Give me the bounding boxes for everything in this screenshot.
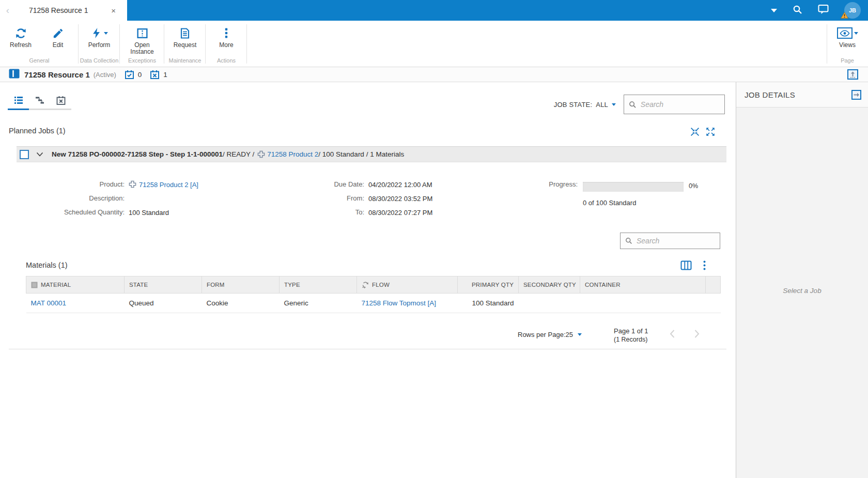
rows-per-page-caret-icon [578, 333, 582, 336]
refresh-icon [14, 26, 27, 40]
edit-button[interactable]: Edit [43, 26, 72, 49]
content-divider [9, 349, 726, 349]
job-title-state: / READY / [223, 150, 254, 158]
request-button[interactable]: Request [171, 26, 199, 49]
product-label: Product: [26, 180, 125, 189]
col-container[interactable]: CONTAINER [580, 276, 706, 294]
global-search-icon[interactable] [793, 5, 802, 17]
materials-title: Materials (1) [26, 261, 68, 269]
panel-expand-icon[interactable] [851, 89, 862, 100]
entity-state: (Active) [94, 71, 116, 79]
to-label: To: [289, 208, 364, 217]
material-link[interactable]: MAT 00001 [31, 299, 67, 307]
panel-empty-message: Select a Job [736, 287, 868, 295]
job-title: New 71258 PO-000002-71258 Step - Step 1-… [52, 150, 223, 158]
ribbon-group-exceptions: Open Instance Exceptions [120, 21, 164, 67]
rows-per-page-value: 25 [566, 331, 573, 338]
perform-label: Perform [88, 42, 111, 49]
ribbon-group-general: Refresh Edit General [0, 21, 79, 67]
open-instance-icon [136, 26, 149, 40]
col-type[interactable]: TYPE [280, 276, 357, 294]
from-label: From: [289, 194, 364, 203]
ribbon-group-label-general: General [0, 57, 79, 64]
views-caret-icon [854, 32, 858, 35]
back-chevron-icon[interactable]: ‹ [0, 5, 16, 16]
material-state: Queued [125, 294, 202, 313]
ribbon-group-page: Views Page [827, 21, 868, 67]
tab-gantt-view[interactable] [29, 92, 50, 108]
top-bar: ‹ 71258 Resource 1 × JB [0, 0, 868, 21]
tab-list-view[interactable] [8, 92, 29, 108]
calendar-check-icon[interactable] [125, 70, 134, 80]
open-instance-label: Open Instance [126, 42, 158, 55]
materials-search[interactable] [620, 233, 720, 249]
views-button[interactable]: Views [833, 26, 862, 49]
ribbon-group-maintenance: Request Maintenance [164, 21, 206, 67]
job-row-header[interactable]: New 71258 PO-000002-71258 Step - Step 1-… [17, 146, 726, 162]
material-row[interactable]: MAT 00001 Queued Cookie Generic 71258 Fl… [26, 294, 721, 313]
col-secondary-qty[interactable]: SECONDARY QTY [519, 276, 580, 294]
col-flow[interactable]: FLOW [357, 276, 458, 294]
expand-all-icon[interactable] [706, 127, 715, 136]
col-state[interactable]: STATE [125, 276, 202, 294]
material-flow-link[interactable]: 71258 Flow Topmost [A] [362, 299, 437, 307]
materials-header-row: MATERIAL STATE FORM TYPE FLOW PRIMARY QT… [26, 276, 721, 294]
messages-icon[interactable] [818, 4, 829, 17]
views-label: Views [839, 42, 856, 49]
due-date-label: Due Date: [289, 180, 364, 189]
materials-search-input[interactable] [637, 237, 715, 245]
entity-title: 71258 Resource 1 [24, 70, 90, 79]
material-form: Cookie [202, 294, 280, 313]
table-menu-kebab-icon[interactable] [703, 260, 706, 270]
product-value-link[interactable]: 71258 Product 2 [A] [139, 181, 198, 189]
job-state-label: JOB STATE: [554, 101, 592, 109]
refresh-button[interactable]: Refresh [6, 26, 35, 49]
ribbon-group-label-exceptions: Exceptions [120, 57, 164, 64]
collapse-ribbon-icon[interactable] [847, 69, 859, 82]
col-material[interactable]: MATERIAL [26, 276, 125, 294]
avatar-initials: JB [849, 7, 856, 13]
job-product-link[interactable]: 71258 Product 2 [267, 150, 318, 158]
main-content: JOB STATE: ALL Planned Jobs (1) New 7125… [0, 82, 736, 478]
warning-badge-icon [841, 12, 848, 20]
next-page-icon[interactable] [694, 329, 700, 341]
col-primary-qty[interactable]: PRIMARY QTY [458, 276, 519, 294]
topbar-dropdown-icon[interactable] [771, 9, 777, 12]
topbar-actions: JB [771, 0, 868, 21]
tab-close-icon[interactable]: × [111, 6, 116, 15]
rows-per-page-label: Rows per Page: [518, 331, 566, 338]
progress-subtext: 0 of 100 Standard [583, 199, 636, 207]
materials-table: MATERIAL STATE FORM TYPE FLOW PRIMARY QT… [26, 276, 721, 313]
open-instance-button[interactable]: Open Instance [126, 26, 158, 55]
product-icon [257, 150, 265, 158]
list-view-icon [13, 96, 24, 105]
avatar[interactable]: JB [844, 2, 861, 19]
col-form[interactable]: FORM [202, 276, 280, 294]
job-state-filter[interactable]: JOB STATE: ALL [554, 101, 616, 109]
calendar-x-icon[interactable] [150, 70, 160, 80]
job-details-panel: JOB DETAILS Select a Job [736, 82, 868, 478]
perform-button[interactable]: Perform [85, 26, 114, 49]
page-info: Page 1 of 1 [614, 327, 648, 335]
flow-icon [362, 281, 369, 288]
job-expand-chevron-icon[interactable] [36, 152, 43, 157]
more-button[interactable]: More [212, 26, 241, 49]
tab-schedule-view[interactable] [50, 92, 71, 108]
material-type: Generic [280, 294, 357, 313]
search-icon [629, 100, 637, 109]
job-details-title: JOB DETAILS [745, 90, 795, 99]
scheduled-quantity-value: 100 Standard [129, 208, 169, 217]
job-checkbox[interactable] [20, 150, 29, 159]
jobs-search-input[interactable] [641, 100, 720, 109]
column-chooser-icon[interactable] [680, 260, 692, 270]
from-value: 08/30/2022 03:52 PM [368, 194, 432, 203]
prev-page-icon[interactable] [669, 329, 675, 341]
page-tab[interactable]: ‹ 71258 Resource 1 × [0, 0, 127, 21]
material-type-icon [31, 282, 38, 288]
perform-lightning-icon [91, 27, 102, 39]
jobs-search[interactable] [624, 95, 725, 114]
collapse-all-icon[interactable] [690, 127, 700, 136]
page-tab-title: 71258 Resource 1 [29, 6, 88, 14]
rows-per-page-select[interactable]: Rows per Page:25 [518, 331, 582, 338]
ribbon-group-label-actions: Actions [206, 57, 247, 64]
